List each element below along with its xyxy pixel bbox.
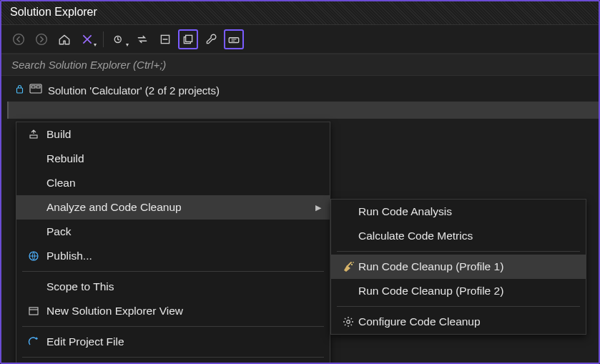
properties-button[interactable] [201, 29, 221, 49]
menu-edit-project-file[interactable]: Edit Project File [16, 330, 330, 354]
collapse-all-button[interactable] [155, 29, 175, 49]
switch-views-button[interactable]: ▾ [77, 29, 97, 49]
menu-analyze-cleanup[interactable]: Analyze and Code Cleanup ▶ [16, 195, 330, 220]
menu-separator [22, 271, 324, 272]
menu-label: New Solution Explorer View [46, 305, 321, 318]
broom-icon [338, 261, 358, 273]
menu-label: Pack [46, 225, 321, 238]
submenu-configure-cleanup[interactable]: Configure Code Cleanup [331, 310, 586, 334]
new-view-icon [21, 305, 46, 317]
sync-button[interactable] [132, 29, 152, 49]
menu-build[interactable]: Build [16, 122, 330, 147]
edit-icon [21, 336, 46, 348]
show-all-files-button[interactable] [178, 29, 198, 49]
solution-icon [29, 84, 42, 97]
menu-label: Run Code Cleanup (Profile 2) [358, 285, 577, 297]
menu-label: Configure Code Cleanup [358, 315, 577, 328]
menu-label: Scope to This [46, 280, 321, 293]
submenu-cleanup-profile-2[interactable]: Run Code Cleanup (Profile 2) [331, 279, 586, 303]
svg-rect-10 [36, 86, 40, 88]
selected-project-row[interactable] [7, 102, 599, 119]
svg-rect-13 [29, 308, 38, 315]
solution-label: Solution 'Calculator' (2 of 2 projects) [48, 84, 220, 97]
submenu-arrow-icon: ▶ [315, 203, 321, 212]
back-button[interactable] [9, 29, 29, 49]
solution-explorer-header: Solution Explorer [1, 1, 599, 25]
menu-label: Publish... [46, 250, 321, 262]
svg-rect-11 [30, 135, 37, 138]
svg-rect-9 [31, 86, 35, 88]
submenu-calc-metrics[interactable]: Calculate Code Metrics [331, 224, 586, 248]
svg-point-16 [347, 320, 350, 324]
menu-separator [337, 306, 580, 307]
menu-label: Edit Project File [46, 335, 321, 348]
menu-label: Run Code Analysis [358, 205, 577, 218]
search-input[interactable]: Search Solution Explorer (Ctrl+;) [1, 54, 599, 76]
build-icon [21, 129, 46, 140]
menu-label: Rebuild [46, 152, 321, 165]
menu-new-view[interactable]: New Solution Explorer View [16, 299, 330, 323]
svg-rect-5 [186, 35, 192, 41]
menu-label: Run Code Cleanup (Profile 1) [358, 260, 577, 273]
panel-title: Solution Explorer [10, 6, 97, 18]
gear-icon [338, 316, 358, 328]
menu-label: Build [46, 128, 321, 141]
svg-rect-7 [17, 88, 23, 93]
analyze-cleanup-submenu: Run Code Analysis Calculate Code Metrics… [330, 199, 586, 335]
preview-selected-items-button[interactable] [224, 29, 244, 49]
solution-tree: Solution 'Calculator' (2 of 2 projects) [1, 76, 599, 119]
forward-button[interactable] [31, 29, 51, 49]
menu-label: Clean [46, 177, 321, 190]
lock-icon [16, 84, 24, 96]
toolbar-separator [103, 31, 104, 47]
search-placeholder: Search Solution Explorer (Ctrl+;) [11, 59, 166, 71]
menu-separator [22, 326, 324, 327]
menu-label: Analyze and Code Cleanup [46, 201, 315, 214]
menu-build-dependencies[interactable]: Build Dependencies ▶ [16, 360, 330, 364]
menu-publish[interactable]: Publish... [16, 244, 330, 268]
svg-rect-6 [229, 37, 239, 42]
svg-point-15 [353, 262, 354, 263]
menu-rebuild[interactable]: Rebuild [16, 147, 330, 171]
menu-scope[interactable]: Scope to This [16, 275, 330, 299]
submenu-run-analysis[interactable]: Run Code Analysis [331, 200, 586, 224]
home-button[interactable] [54, 29, 74, 49]
submenu-cleanup-profile-1[interactable]: Run Code Cleanup (Profile 1) [331, 255, 586, 279]
project-context-menu: Build Rebuild Clean Analyze and Code Cle… [16, 122, 330, 364]
solution-explorer-toolbar: ▾ ▾ [1, 25, 599, 54]
menu-separator [22, 357, 324, 358]
svg-point-14 [351, 264, 353, 265]
menu-pack[interactable]: Pack [16, 220, 330, 244]
menu-separator [337, 251, 580, 252]
svg-point-0 [14, 34, 24, 44]
svg-point-1 [36, 34, 47, 44]
solution-node[interactable]: Solution 'Calculator' (2 of 2 projects) [1, 82, 599, 99]
globe-icon [21, 250, 46, 262]
menu-label: Calculate Code Metrics [358, 230, 577, 242]
pending-changes-filter-button[interactable]: ▾ [109, 29, 129, 49]
menu-clean[interactable]: Clean [16, 171, 330, 195]
